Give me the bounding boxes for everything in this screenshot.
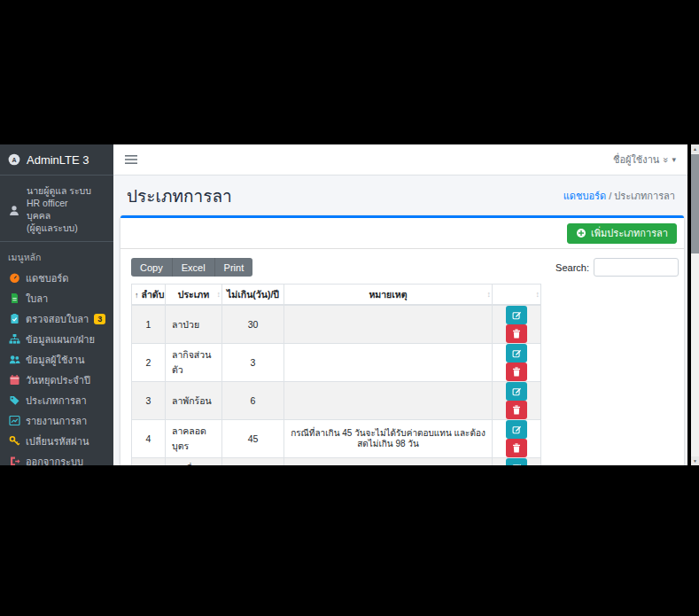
menu-header: เมนูหลัก <box>0 242 113 268</box>
trash-icon <box>512 329 521 339</box>
table-row: 1 ลาป่วย 30 <box>132 305 541 344</box>
edit-button[interactable] <box>506 306 527 324</box>
sort-asc-icon: ↑ <box>135 291 139 300</box>
edit-icon <box>512 310 522 320</box>
delete-button[interactable] <box>506 439 527 457</box>
delete-button[interactable] <box>506 401 527 419</box>
cell-type: ลาป่วย <box>166 305 222 344</box>
sort-icon: ↕ <box>487 290 492 299</box>
edit-button[interactable] <box>506 420 527 439</box>
cell-actions <box>493 305 541 344</box>
user-name: นายผู้ดูแล ระบบ <box>27 184 91 197</box>
sidebar-item-leave-types[interactable]: ประเภทการลา <box>0 390 113 410</box>
cell-actions <box>493 458 541 466</box>
sidebar-item-label: เปลี่ยนรหัสผ่าน <box>26 433 89 449</box>
trash-icon <box>512 367 521 377</box>
cell-no: 4 <box>132 420 166 458</box>
sidebar-item-leave-form[interactable]: ใบลา <box>0 288 113 308</box>
column-header-actions[interactable]: ↕ <box>493 285 541 306</box>
search-input[interactable] <box>594 258 679 277</box>
cell-actions <box>493 420 541 458</box>
sidebar-item-review-leave[interactable]: ตรวจสอบใบลา 3 <box>0 308 113 329</box>
sidebar-item-users[interactable]: ข้อมูลผู้ใช้งาน <box>0 349 113 370</box>
edit-button[interactable] <box>506 382 527 401</box>
add-button-label: เพิ่มประเภทการลา <box>591 225 668 241</box>
cell-no: 5 <box>132 458 166 466</box>
cell-type: ลาพักร้อน <box>166 382 222 420</box>
search-label: Search: <box>555 262 589 273</box>
edit-button[interactable] <box>506 344 527 363</box>
table-search: Search: <box>555 258 679 277</box>
edit-icon <box>512 463 522 465</box>
table-header-row: ↑ลำดับ ประเภท↕ ไม่เกิน(วัน)/ปี หมายเหตุ↕ <box>132 285 541 306</box>
print-button[interactable]: Print <box>215 258 253 277</box>
leave-types-card: เพิ่มประเภทการลา Copy Excel Print Search… <box>120 215 684 465</box>
sidebar-item-label: ออกจากระบบ <box>26 454 83 466</box>
delete-button[interactable] <box>506 363 527 381</box>
column-header-max-days[interactable]: ไม่เกิน(วัน)/ปี <box>222 285 284 306</box>
export-button-group: Copy Excel Print <box>131 258 252 277</box>
edit-icon <box>512 386 522 396</box>
key-icon <box>8 435 20 447</box>
cell-actions <box>493 344 541 382</box>
sidebar-item-label: ข้อมูลแผนก/ฝ่าย <box>26 331 95 347</box>
scroll-up-icon[interactable]: ▲ <box>691 144 699 153</box>
sidebar-item-label: ตรวจสอบใบลา <box>26 311 89 327</box>
top-navbar: ชื่อผู้ใช้งาน » ▾ <box>113 144 687 175</box>
cell-days: 45 <box>222 420 284 458</box>
cell-note: กรณีที่ลาเกิน 45 วันจะไม่ได้รับค่าตอบแทน… <box>284 420 493 458</box>
caret-down-icon: ▾ <box>672 155 676 164</box>
card-body: Copy Excel Print Search: ↑ลำดับ <box>120 249 684 465</box>
cell-actions <box>493 382 541 420</box>
app-window: A AdminLTE 3 นายผู้ดูแล ระบบ HR officer … <box>0 144 687 465</box>
edit-icon <box>512 348 522 358</box>
sidebar-item-dashboard[interactable]: แดชบอร์ด <box>0 268 113 288</box>
column-header-type[interactable]: ประเภท↕ <box>166 285 222 306</box>
sidebar-item-change-password[interactable]: เปลี่ยนรหัสผ่าน <box>0 431 113 451</box>
adminlte-logo-icon: A <box>8 150 20 169</box>
edit-button[interactable] <box>506 458 527 465</box>
table-row: 4 ลาคลอดบุตร 45 กรณีที่ลาเกิน 45 วันจะไม… <box>132 420 541 458</box>
sidebar-item-label: แดชบอร์ด <box>26 270 68 286</box>
column-header-note[interactable]: หมายเหตุ↕ <box>284 285 493 306</box>
user-type: (ผู้ดูแลระบบ) <box>27 222 91 234</box>
trash-icon <box>512 405 521 415</box>
cell-type: ลาคลอดบุตร <box>166 420 222 458</box>
sitemap-icon <box>8 333 20 345</box>
delete-button[interactable] <box>506 324 527 343</box>
sidebar-toggle-button[interactable] <box>125 154 137 165</box>
sidebar-item-leave-report[interactable]: รายงานการลา <box>0 410 113 431</box>
user-dropdown[interactable]: ชื่อผู้ใช้งาน » ▾ <box>613 152 676 168</box>
breadcrumb-current: ประเภทการลา <box>614 191 675 201</box>
sidebar-item-label: ใบลา <box>26 291 48 307</box>
cell-no: 2 <box>132 344 166 382</box>
sidebar-item-holidays[interactable]: วันหยุดประจำปี <box>0 370 113 390</box>
add-leave-type-button[interactable]: เพิ่มประเภทการลา <box>567 223 677 244</box>
breadcrumb-home-link[interactable]: แดชบอร์ด <box>563 191 606 201</box>
leave-types-table: ↑ลำดับ ประเภท↕ ไม่เกิน(วัน)/ปี หมายเหตุ↕ <box>131 284 541 465</box>
sort-icon: ↕ <box>536 290 540 299</box>
svg-text:A: A <box>12 157 16 163</box>
plus-circle-icon <box>576 228 586 238</box>
sidebar-item-logout[interactable]: ออกจากระบบ <box>0 451 113 465</box>
sidebar-item-label: วันหยุดประจำปี <box>26 372 90 388</box>
table-row: 2 ลากิจส่วนตัว 3 <box>132 344 541 382</box>
excel-button[interactable]: Excel <box>173 258 215 277</box>
sidebar-item-label: รายงานการลา <box>26 413 87 429</box>
page-title: ประเภทการลา <box>127 183 232 209</box>
copy-button[interactable]: Copy <box>131 258 173 277</box>
user-dropdown-label: ชื่อผู้ใช้งาน <box>613 152 659 168</box>
user-icon <box>8 186 20 234</box>
brand-text: AdminLTE 3 <box>27 153 89 167</box>
cell-note <box>284 344 493 382</box>
scroll-down-icon[interactable]: ▼ <box>691 456 699 465</box>
vertical-scrollbar[interactable]: ▲ ▼ <box>691 144 699 465</box>
sidebar-item-departments[interactable]: ข้อมูลแผนก/ฝ่าย <box>0 329 113 349</box>
column-header-no[interactable]: ↑ลำดับ <box>132 285 166 306</box>
brand-link[interactable]: A AdminLTE 3 <box>0 144 113 175</box>
scrollbar-thumb[interactable] <box>691 154 699 253</box>
trash-icon <box>512 443 521 453</box>
cell-no: 1 <box>132 305 166 344</box>
user-department: บุคคล <box>27 209 91 222</box>
breadcrumb: แดชบอร์ด / ประเภทการลา <box>563 188 675 204</box>
